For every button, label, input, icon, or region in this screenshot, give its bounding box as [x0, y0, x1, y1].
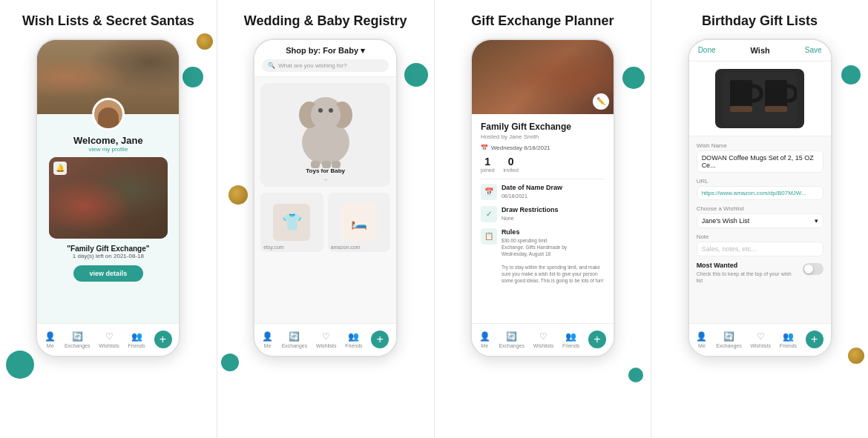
- done-button[interactable]: Done: [698, 46, 716, 54]
- nav-friends-3[interactable]: 👥 Friends: [562, 331, 579, 348]
- phone-4: Done Wish Save: [688, 39, 832, 357]
- svg-point-6: [329, 108, 333, 113]
- nav-wishlists-1[interactable]: ♡ Wishlists: [99, 331, 119, 348]
- phone2-search-bar[interactable]: 🔍 What are you wishing for?: [262, 59, 389, 72]
- detail-restrictions-title: Draw Restrictions: [502, 206, 605, 213]
- divider-stats: [481, 179, 605, 179]
- onesie-image: 👕: [273, 204, 310, 241]
- wishlist-label: Choose a Wishlist: [697, 205, 823, 212]
- phone1-days-left: 1 day(s) left on 2021-08-18: [73, 253, 144, 259]
- phone2-header: Shop by: For Baby ▾ 🔍 What are you wishi…: [254, 40, 396, 77]
- wishlist-selected-value: Jane's Wish List: [702, 217, 750, 225]
- wish-name-value[interactable]: DOWAN Coffee Mugs Set of 2, 15 OZ Ce...: [697, 150, 823, 173]
- rules-icon: 📋: [481, 228, 497, 245]
- nav-friends-icon-2: 👥: [348, 331, 359, 342]
- svg-point-5: [318, 108, 323, 113]
- nav-plus-1[interactable]: +: [154, 331, 172, 348]
- joined-label: joined: [481, 167, 495, 173]
- url-value[interactable]: https://www.amazon.com/dp/B07MJW...: [697, 186, 823, 200]
- nav-friends-1[interactable]: 👥 Friends: [128, 331, 145, 348]
- invited-count: 0: [508, 156, 514, 167]
- section2-title: Wedding & Baby Registry: [244, 13, 407, 30]
- deco-circle-6: [628, 368, 643, 382]
- phone1-nav: 👤 Me 🔄 Exchanges ♡ Wishlists 👥 Friends: [37, 323, 179, 356]
- nav-wishlists-3[interactable]: ♡ Wishlists: [533, 331, 554, 348]
- section4-title: Birthday Gift Lists: [702, 13, 818, 30]
- nav-me-4[interactable]: 👤 Me: [696, 331, 707, 348]
- section-birthday: Birthday Gift Lists Done Wish Save: [651, 0, 868, 438]
- nav-plus-4[interactable]: +: [806, 331, 823, 348]
- product-crib[interactable]: 🛏️ amazon.com: [328, 193, 391, 252]
- nav-me-2[interactable]: 👤 Me: [262, 331, 273, 348]
- search-icon-2: 🔍: [268, 62, 275, 69]
- nav-exchanges-2[interactable]: 🔄 Exchanges: [282, 331, 308, 348]
- chevron-down-icon: ▾: [361, 46, 365, 56]
- nav-wishlists-4[interactable]: ♡ Wishlists: [750, 331, 771, 348]
- product-large-elephant[interactable]: Toys for Baby →: [260, 83, 390, 187]
- calendar-detail-icon: 📅: [481, 184, 497, 200]
- nav-friends-4[interactable]: 👥 Friends: [780, 331, 797, 348]
- main-container: Wish Lists & Secret Santas Welcome, Jane…: [0, 0, 868, 438]
- svg-rect-13: [765, 80, 787, 108]
- nav-plus-2[interactable]: +: [371, 331, 389, 348]
- save-button[interactable]: Save: [805, 46, 822, 54]
- nav-me-label-2: Me: [264, 343, 272, 348]
- product-onesie[interactable]: 👕 etsy.com: [260, 193, 323, 252]
- most-wanted-label: Most Wanted: [697, 262, 797, 269]
- phone3-content: ✏️ Family Gift Exchange Hosted by Jane S…: [472, 40, 614, 356]
- wishlist-select[interactable]: Jane's Wish List ▾: [697, 213, 823, 228]
- nav-friends-label-2: Friends: [345, 343, 362, 348]
- nav-exchanges-1[interactable]: 🔄 Exchanges: [65, 331, 91, 348]
- phone2-nav: 👤 Me 🔄 Exchanges ♡ Wishlists 👥 Friends: [254, 323, 396, 356]
- note-field: Note Sales, notes, etc...: [697, 233, 823, 256]
- nav-me-icon-4: 👤: [696, 331, 707, 342]
- deco-circle-3: [404, 63, 428, 87]
- deco-circle-4: [221, 354, 239, 371]
- joined-count: 1: [484, 156, 490, 167]
- nav-exchanges-3[interactable]: 🔄 Exchanges: [499, 331, 525, 348]
- most-wanted-toggle[interactable]: [803, 263, 823, 275]
- nav-me-icon-1: 👤: [45, 331, 56, 342]
- section1-title: Wish Lists & Secret Santas: [22, 13, 194, 30]
- nav-friends-2[interactable]: 👥 Friends: [345, 331, 362, 348]
- url-label: URL: [697, 178, 823, 185]
- avatar-body: [98, 107, 119, 128]
- phone-3: ✏️ Family Gift Exchange Hosted by Jane S…: [470, 39, 615, 357]
- nav-friends-icon-1: 👥: [131, 331, 142, 342]
- onesie-source: etsy.com: [263, 245, 284, 250]
- note-input[interactable]: Sales, notes, etc...: [697, 242, 823, 256]
- wishlist-field: Choose a Wishlist Jane's Wish List ▾: [697, 205, 823, 228]
- crib-image: 🛏️: [341, 204, 378, 241]
- nav-wishlists-label-2: Wishlists: [316, 343, 337, 348]
- detail-name-draw: 📅 Date of Name Draw 08/18/2021: [481, 184, 605, 200]
- nav-exchanges-4[interactable]: 🔄 Exchanges: [716, 331, 742, 348]
- phone1-exchange-name: "Family Gift Exchange": [67, 245, 149, 253]
- nav-wishlists-2[interactable]: ♡ Wishlists: [316, 331, 337, 348]
- phone2-content: Shop by: For Baby ▾ 🔍 What are you wishi…: [254, 40, 396, 356]
- nav-friends-label-3: Friends: [562, 343, 579, 348]
- nav-wishlists-icon-3: ♡: [539, 331, 548, 342]
- phone3-card: Family Gift Exchange Hosted by Jane Smit…: [472, 114, 614, 356]
- phone1-profile-link[interactable]: view my profile: [88, 146, 128, 153]
- detail-name-draw-text: 08/18/2021: [502, 193, 605, 200]
- view-details-button[interactable]: view details: [73, 265, 144, 282]
- event-title: Family Gift Exchange: [481, 122, 605, 132]
- nav-me-1[interactable]: 👤 Me: [45, 331, 56, 348]
- nav-exchanges-icon-1: 🔄: [72, 331, 83, 342]
- nav-friends-icon-4: 👥: [783, 331, 794, 342]
- deco-circle-5: [622, 67, 645, 89]
- phone2-small-products: 👕 etsy.com 🛏️ amazon.com: [260, 193, 390, 252]
- nav-wishlists-icon-2: ♡: [322, 331, 330, 342]
- mugs-product-image: [715, 69, 804, 128]
- phone2-shop-by[interactable]: Shop by: For Baby ▾: [286, 46, 365, 56]
- nav-exchanges-icon-3: 🔄: [506, 331, 517, 342]
- svg-rect-11: [730, 80, 752, 108]
- joined-stat: 1 joined: [481, 156, 495, 173]
- nav-plus-3[interactable]: +: [588, 331, 606, 348]
- edit-icon[interactable]: ✏️: [593, 93, 609, 110]
- gift-photo-overlay: [49, 157, 168, 239]
- nav-me-icon-3: 👤: [479, 331, 490, 342]
- nav-me-3[interactable]: 👤 Me: [479, 331, 490, 348]
- detail-draw-restrictions: ✓ Draw Restrictions None: [481, 206, 605, 222]
- checkmark-icon: ✓: [481, 206, 497, 222]
